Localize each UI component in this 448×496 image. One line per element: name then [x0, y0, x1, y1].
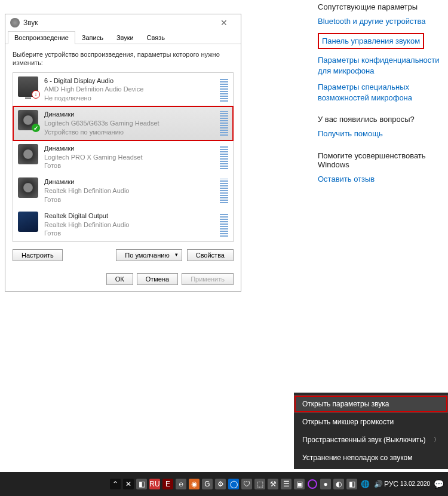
tray-icon[interactable]: ◐ [333, 479, 344, 489]
ctx-label: Пространственный звук (Выключить) [302, 436, 425, 444]
ctx-troubleshoot[interactable]: Устранение неполадок со звуком [294, 449, 448, 467]
device-title: Realtek Digital Output [44, 212, 214, 221]
dialog-title: Звук [23, 19, 212, 27]
tray-icon[interactable]: ⬚ [254, 479, 265, 489]
device-sub: Logitech G635/G633s Gaming Headset [44, 119, 214, 128]
device-status: Готов [44, 161, 214, 170]
default-badge-icon: ✓ [32, 124, 40, 132]
set-default-button[interactable]: По умолчанию [116, 249, 182, 261]
tray-lang[interactable]: РУС [386, 479, 397, 489]
link-get-help[interactable]: Получить помощь [318, 128, 443, 139]
related-heading: Сопутствующие параметры [318, 2, 443, 11]
tray-network-icon[interactable]: 🌐 [360, 479, 370, 489]
level-meter [220, 111, 228, 136]
device-row[interactable]: ↓ 6 - Digital Display Audio AMD High Def… [13, 73, 233, 107]
configure-button[interactable]: Настроить [13, 249, 63, 261]
level-meter [220, 213, 228, 237]
device-sub: Realtek High Definition Audio [44, 221, 214, 229]
device-sub: Logitech PRO X Gaming Headset [44, 153, 214, 162]
tray-icon[interactable]: ⚒ [268, 479, 278, 489]
notifications-icon[interactable]: 💬 [434, 479, 446, 489]
digital-output-icon [18, 212, 38, 232]
titlebar: Звук ✕ [5, 14, 241, 31]
device-text: Realtek Digital Output Realtek High Defi… [44, 212, 214, 238]
device-title: Динамики [44, 110, 214, 119]
tab-communications[interactable]: Связь [140, 31, 171, 44]
tray-icon[interactable]: G [202, 479, 213, 489]
disconnected-badge-icon: ↓ [32, 90, 40, 99]
device-title: Динамики [44, 144, 214, 153]
device-status: Не подключено [44, 94, 214, 103]
ctx-label: Устранение неполадок со звуком [302, 454, 413, 462]
ctx-open-sound-settings[interactable]: Открыть параметры звука [294, 395, 448, 413]
instruction-text: Выберите устройство воспроизведения, пар… [13, 50, 234, 68]
device-title: 6 - Digital Display Audio [44, 76, 214, 85]
tray-icon[interactable]: RU [149, 479, 160, 489]
apply-button[interactable]: Применить [182, 273, 234, 285]
link-sound-control-panel[interactable]: Панель управления звуком [318, 33, 424, 50]
device-status: Готов [44, 195, 214, 204]
dialog-mid-buttons: Настроить По умолчанию Свойства [13, 249, 234, 261]
tray-icon[interactable]: ☰ [281, 479, 291, 489]
taskbar-clock[interactable]: 13.02.2020 [397, 480, 434, 488]
link-mic-privacy[interactable]: Параметры конфиденциальности для микрофо… [318, 55, 443, 76]
speaker-icon [18, 177, 38, 198]
tray-icon[interactable] [307, 479, 318, 489]
device-sub: AMD High Definition Audio Device [44, 85, 214, 94]
tray-icon[interactable]: ▣ [294, 479, 305, 489]
tab-recording[interactable]: Запись [75, 31, 110, 44]
ok-button[interactable]: ОК [106, 273, 133, 285]
tray-icon[interactable]: ⌃ [110, 479, 121, 489]
ctx-spatial-sound[interactable]: Пространственный звук (Выключить)〉 [294, 431, 448, 449]
sound-dialog: Звук ✕ Воспроизведение Запись Звуки Связ… [5, 14, 241, 292]
speaker-icon [18, 144, 38, 164]
device-status: Устройство по умолчанию [44, 128, 214, 137]
device-list: ↓ 6 - Digital Display Audio AMD High Def… [13, 72, 234, 243]
level-meter [220, 78, 228, 102]
tab-sounds[interactable]: Звуки [110, 31, 140, 44]
tray-icon[interactable]: ✕ [123, 479, 134, 489]
speaker-icon: ✓ [18, 110, 38, 130]
device-text: Динамики Logitech PRO X Gaming Headset Г… [44, 144, 214, 171]
tray-icon[interactable]: ◧ [136, 479, 147, 489]
ctx-label: Открыть микшер громкости [302, 418, 394, 426]
related-settings: Сопутствующие параметры Bluetooth и друг… [318, 2, 443, 190]
device-text: 6 - Digital Display Audio AMD High Defin… [44, 76, 214, 103]
tray-icon[interactable]: ◯ [228, 479, 239, 489]
device-row[interactable]: Динамики Logitech PRO X Gaming Headset Г… [13, 140, 233, 174]
tray-icon[interactable]: ⚙ [215, 479, 226, 489]
tray-icon[interactable]: ℮ [176, 479, 186, 489]
tray-icon[interactable]: ● [320, 479, 331, 489]
device-row[interactable]: ✓ Динамики Logitech G635/G633s Gaming He… [13, 106, 233, 140]
tray-volume-icon[interactable]: 🔊 [373, 479, 383, 489]
tray-icon[interactable]: ◉ [189, 479, 200, 489]
tab-playback[interactable]: Воспроизведение [8, 31, 75, 44]
cancel-button[interactable]: Отмена [137, 273, 178, 285]
device-title: Динамики [44, 177, 214, 186]
device-sub: Realtek High Definition Audio [44, 186, 214, 195]
sound-icon [10, 18, 20, 27]
link-mic-accessibility[interactable]: Параметры специальных возможностей микро… [318, 82, 443, 103]
level-meter [220, 179, 228, 203]
device-row[interactable]: Динамики Realtek High Definition Audio Г… [13, 174, 233, 208]
tray-icon[interactable]: ◧ [346, 479, 357, 489]
taskbar: ⌃ ✕ ◧ RU Е ℮ ◉ G ⚙ ◯ 🛡 ⬚ ⚒ ☰ ▣ ● ◐ ◧ 🌐 🔊… [0, 472, 448, 496]
link-feedback[interactable]: Оставить отзыв [318, 174, 443, 185]
chevron-right-icon: 〉 [434, 436, 440, 444]
close-button[interactable]: ✕ [212, 18, 236, 27]
tray: ⌃ ✕ ◧ RU Е ℮ ◉ G ⚙ ◯ 🛡 ⬚ ⚒ ☰ ▣ ● ◐ ◧ 🌐 🔊… [110, 479, 397, 489]
feedback-heading: Помогите усовершенствовать Windows [318, 151, 443, 169]
properties-button[interactable]: Свойства [187, 249, 234, 261]
device-text: Динамики Logitech G635/G633s Gaming Head… [44, 110, 214, 137]
ctx-open-volume-mixer[interactable]: Открыть микшер громкости [294, 413, 448, 431]
sound-context-menu: Открыть параметры звука Открыть микшер г… [294, 393, 448, 469]
link-bluetooth[interactable]: Bluetooth и другие устройства [318, 16, 443, 27]
questions-heading: У вас появились вопросы? [318, 115, 443, 124]
tray-shield-icon[interactable]: 🛡 [241, 479, 252, 489]
device-row[interactable]: Realtek Digital Output Realtek High Defi… [13, 208, 233, 242]
tray-icon[interactable]: Е [162, 479, 173, 489]
taskbar-date: 13.02.2020 [400, 480, 430, 488]
dialog-footer: ОК Отмена Применить [5, 267, 241, 291]
ctx-label: Открыть параметры звука [302, 400, 389, 408]
tab-body: Выберите устройство воспроизведения, пар… [5, 44, 241, 267]
